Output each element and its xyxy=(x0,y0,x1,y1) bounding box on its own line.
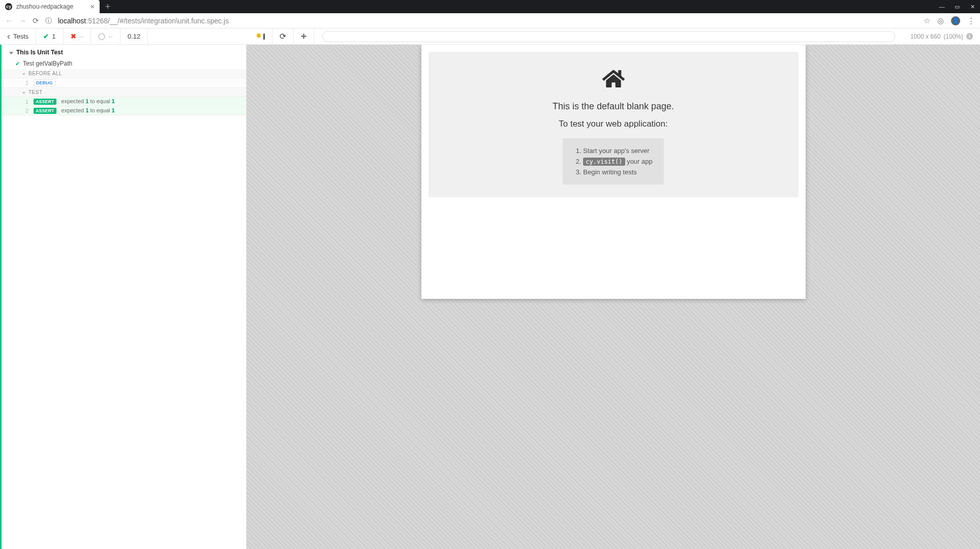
log-message: expected 1 to equal 1 xyxy=(62,107,115,114)
viewport-dims: 1000 x 660 xyxy=(910,33,940,40)
suite-title: This Is Unit Test xyxy=(16,49,63,56)
code-chip: cy.visit() xyxy=(583,158,625,166)
pause-indicator[interactable] xyxy=(250,28,272,44)
log-index: 1 xyxy=(22,80,28,86)
step-item: Begin writing tests xyxy=(583,167,652,177)
pending-count: -- xyxy=(91,28,120,44)
back-icon[interactable]: ← xyxy=(5,16,13,25)
restart-icon xyxy=(280,32,286,41)
section-label: BEFORE ALL xyxy=(28,71,62,76)
pass-check-icon: ✔ xyxy=(43,33,49,40)
site-info-icon[interactable]: ⓘ xyxy=(45,16,52,25)
aut-frame: This is the default blank page. To test … xyxy=(421,45,806,299)
viewport-scale: (100%) xyxy=(943,33,963,40)
fail-x-icon: ✖ xyxy=(71,33,76,40)
target-icon xyxy=(301,33,307,40)
home-icon xyxy=(439,68,788,92)
section-test[interactable]: TEST xyxy=(0,88,246,97)
cypress-favicon-icon: cy xyxy=(5,3,12,10)
reload-icon[interactable]: ⟳ xyxy=(33,16,39,25)
maximize-button[interactable]: ▭ xyxy=(950,0,965,13)
blank-heading-2: To test your web application: xyxy=(439,119,788,129)
reporter-panel: This Is Unit Test ✔ Test getValByPath BE… xyxy=(0,45,247,549)
caret-down-icon xyxy=(22,71,25,76)
log-index: 2 xyxy=(22,108,28,114)
steps-box: Start your app's server cy.visit() your … xyxy=(563,138,663,185)
pass-count-value: 1 xyxy=(52,33,55,40)
blank-heading-1: This is the default blank page. xyxy=(439,101,788,112)
step-item: cy.visit() your app xyxy=(583,156,652,167)
step-item: Start your app's server xyxy=(583,145,652,156)
aut-url[interactable] xyxy=(322,31,895,42)
forward-icon[interactable]: → xyxy=(19,16,26,25)
failed-count: ✖ -- xyxy=(64,28,91,44)
fail-count-value: -- xyxy=(79,33,84,40)
back-label: Tests xyxy=(13,33,28,40)
url-host: localhost xyxy=(58,17,86,25)
log-badge-debug: DEBUG xyxy=(34,79,55,86)
test-row[interactable]: ✔ Test getValByPath xyxy=(0,58,246,69)
browser-tab[interactable]: cy zhushou-redpackage × xyxy=(0,0,100,13)
caret-down-icon xyxy=(9,49,13,56)
log-badge-assert: ASSERT xyxy=(34,108,56,114)
duration: 0.12 xyxy=(120,28,148,44)
restart-button[interactable] xyxy=(272,28,294,44)
log-badge-assert: ASSERT xyxy=(34,99,56,105)
address-bar: ← → ⟳ ⓘ localhost:51268/__/#/tests/integ… xyxy=(0,13,980,28)
section-label: TEST xyxy=(28,89,43,95)
url-field[interactable]: localhost:51268/__/#/tests/integration\u… xyxy=(58,17,229,25)
info-icon: i xyxy=(966,33,973,40)
log-message: expected 1 to equal 1 xyxy=(62,98,115,105)
close-window-button[interactable]: ✕ xyxy=(965,0,980,13)
suite-row[interactable]: This Is Unit Test xyxy=(0,45,246,58)
pause-icon xyxy=(257,34,265,40)
bookmark-icon[interactable]: ☆ xyxy=(924,16,930,25)
menu-icon[interactable]: ⋮ xyxy=(967,16,975,25)
selector-playground-button[interactable] xyxy=(294,28,314,44)
runner-header: Tests ✔ 1 ✖ -- -- 0.12 1000 x 660 (100%)… xyxy=(0,28,980,45)
log-index: 1 xyxy=(22,99,28,105)
minimize-button[interactable]: — xyxy=(934,0,950,13)
profile-icon[interactable]: 👤 xyxy=(951,16,960,25)
section-before-all[interactable]: BEFORE ALL xyxy=(0,69,246,78)
back-to-tests-button[interactable]: Tests xyxy=(0,28,36,44)
log-row[interactable]: 1 ASSERT expected 1 to equal 1 xyxy=(0,97,246,106)
runner-body: This Is Unit Test ✔ Test getValByPath BE… xyxy=(0,45,980,549)
url-path: /__/#/tests/integration\unit.func.spec.j… xyxy=(108,17,229,25)
new-tab-button[interactable]: + xyxy=(100,0,116,13)
extension-icon[interactable]: ◎ xyxy=(937,16,944,25)
url-port: :51268 xyxy=(86,17,108,25)
viewport-info[interactable]: 1000 x 660 (100%) i xyxy=(903,33,980,40)
blank-page-card: This is the default blank page. To test … xyxy=(428,52,799,197)
window-controls: — ▭ ✕ xyxy=(934,0,980,13)
test-pass-check-icon: ✔ xyxy=(15,60,20,67)
chevron-left-icon xyxy=(7,32,10,41)
pending-count-value: -- xyxy=(108,33,113,40)
caret-down-icon xyxy=(22,89,25,95)
tab-title: zhushou-redpackage xyxy=(16,3,73,10)
aut-panel: This is the default blank page. To test … xyxy=(247,45,980,549)
log-row[interactable]: 2 ASSERT expected 1 to equal 1 xyxy=(0,106,246,115)
pending-circle-icon xyxy=(98,33,105,40)
log-row[interactable]: 1 DEBUG xyxy=(0,78,246,88)
pass-accent-bar xyxy=(0,45,2,549)
duration-value: 0.12 xyxy=(128,33,140,40)
test-title: Test getValByPath xyxy=(23,60,72,67)
browser-titlebar: cy zhushou-redpackage × + — ▭ ✕ xyxy=(0,0,980,13)
passed-count: ✔ 1 xyxy=(36,28,63,44)
close-tab-icon[interactable]: × xyxy=(90,3,95,10)
